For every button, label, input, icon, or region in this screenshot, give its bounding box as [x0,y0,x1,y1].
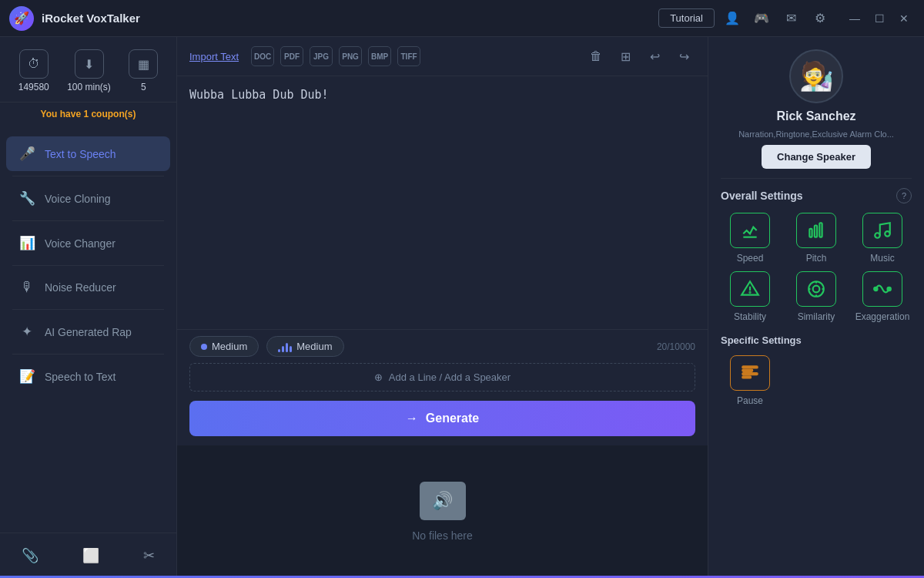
mail-icon[interactable]: ✉ [779,7,802,30]
sidebar-item-voice-cloning[interactable]: 🔧 Voice Cloning [6,181,170,216]
music-setting-label: Music [870,253,894,264]
divider-5 [12,354,164,355]
svg-point-11 [874,287,877,291]
pitch-svg-icon [806,220,826,240]
setting-exaggeration[interactable]: Exaggeration [853,271,912,322]
empty-files-icon: 🔊 [420,482,466,520]
sidebar-nav: 🎤 Text to Speech 🔧 Voice Cloning 📊 Voice… [0,129,176,533]
text-input[interactable] [189,86,695,317]
speed-setting-label: Speed [737,253,764,264]
vc-icon: 🔧 [18,190,35,207]
pdf-button[interactable]: PDF [280,46,303,66]
cut-icon[interactable]: ✂ [139,543,159,569]
similarity-svg-icon [806,279,826,299]
stt-label: Speech to Text [45,371,116,383]
main-layout: ⏱ 149580 ⬇ 100 min(s) ▦ 5 You have 1 cou… [0,37,924,578]
stability-icon-box [730,271,770,307]
similarity-icon-box [796,271,836,307]
add-line-button[interactable]: ⊕ Add a Line / Add a Speaker [189,363,695,391]
speaker-avatar: 🧑‍🔬 [789,49,843,103]
jpg-button[interactable]: JPG [310,46,333,66]
divider-3 [12,265,164,266]
char-count: 20/10000 [657,341,695,352]
exaggeration-svg-icon [872,279,892,299]
pitch-control[interactable]: Medium [266,336,343,357]
similarity-setting-label: Similarity [798,311,835,322]
sidebar-item-voice-changer[interactable]: 📊 Voice Changer [6,226,170,260]
vc-label: Voice Cloning [45,193,111,205]
stability-svg-icon [740,279,760,299]
nr-icon: 🎙 [18,280,35,295]
svg-point-5 [885,231,890,237]
credits-icon: ⏱ [19,49,49,79]
exaggeration-icon-box [862,271,902,307]
svg-rect-15 [742,373,758,375]
svg-rect-3 [819,223,822,237]
minimize-button[interactable]: — [844,8,865,29]
svg-rect-1 [809,229,812,237]
stat-credits: ⏱ 149580 [18,49,49,92]
speaker-card: 🧑‍🔬 Rick Sanchez Narration,Ringtone,Excl… [721,49,912,179]
stability-setting-label: Stability [734,311,766,322]
app-name: iRocket VoxTalker [42,12,658,25]
divider-4 [12,309,164,310]
sidebar-item-text-to-speech[interactable]: 🎤 Text to Speech [6,136,170,171]
stat-count: ▦ 5 [129,49,158,92]
credits-value: 149580 [18,82,49,92]
sidebar-item-ai-rap[interactable]: ✦ AI Generated Rap [6,314,170,349]
pitch-setting-label: Pitch [806,253,827,264]
grid-button[interactable]: ⊞ [614,45,637,68]
tutorial-button[interactable]: Tutorial [658,8,715,28]
game-icon[interactable]: 🎮 [750,7,773,30]
svg-rect-13 [742,366,758,368]
no-files-label: No files here [412,529,473,542]
time-value: 100 min(s) [67,82,111,92]
speed-icon-box [730,213,770,248]
setting-stability[interactable]: Stability [721,271,779,322]
import-text-button[interactable]: Import Text [189,51,239,62]
divider-1 [12,176,164,176]
stt-icon: 📝 [18,368,35,385]
overall-settings-header: Overall Settings ? [721,188,912,203]
window-icon[interactable]: ⬜ [78,543,104,569]
files-area: 🔊 No files here [177,445,708,578]
sidebar: ⏱ 149580 ⬇ 100 min(s) ▦ 5 You have 1 cou… [0,37,177,578]
attach-icon[interactable]: 📎 [17,543,43,569]
pause-setting-label: Pause [737,395,763,406]
setting-speed[interactable]: Speed [721,213,779,264]
overall-settings-title: Overall Settings [721,190,803,202]
setting-pitch[interactable]: Pitch [787,213,845,264]
redo-button[interactable]: ↪ [672,45,695,68]
divider-2 [12,220,164,221]
settings-icon[interactable]: ⚙ [808,7,832,30]
change-speaker-button[interactable]: Change Speaker [762,145,871,169]
svg-point-8 [749,292,750,293]
setting-pause[interactable]: Pause [721,355,779,406]
setting-similarity[interactable]: Similarity [787,271,845,322]
tiff-button[interactable]: TIFF [397,46,420,66]
add-line-plus-icon: ⊕ [374,371,383,383]
stats-bar: ⏱ 149580 ⬇ 100 min(s) ▦ 5 [0,49,176,102]
title-bar-right: Tutorial 👤 🎮 ✉ ⚙ — ☐ ✕ [658,7,915,30]
setting-music[interactable]: Music [853,213,912,264]
maximize-button[interactable]: ☐ [869,8,890,29]
speed-control[interactable]: Medium [189,336,259,357]
pause-icon-box [730,355,770,391]
generate-button[interactable]: → Generate [189,401,695,436]
doc-button[interactable]: DOC [251,46,274,66]
app-logo: 🚀 [9,6,34,31]
sidebar-item-noise-reducer[interactable]: 🎙 Noise Reducer [6,271,170,304]
svg-rect-2 [815,226,817,237]
help-icon[interactable]: ? [896,188,912,203]
rap-label: AI Generated Rap [45,326,132,338]
bmp-button[interactable]: BMP [368,46,391,66]
sidebar-bottom: 📎 ⬜ ✂ [0,533,176,578]
png-button[interactable]: PNG [339,46,362,66]
sidebar-item-speech-to-text[interactable]: 📝 Speech to Text [6,359,170,394]
user-icon[interactable]: 👤 [721,7,744,30]
undo-button[interactable]: ↩ [643,45,666,68]
close-button[interactable]: ✕ [893,8,915,29]
count-value: 5 [141,82,146,92]
delete-button[interactable]: 🗑 [584,45,608,68]
rap-icon: ✦ [18,324,35,340]
